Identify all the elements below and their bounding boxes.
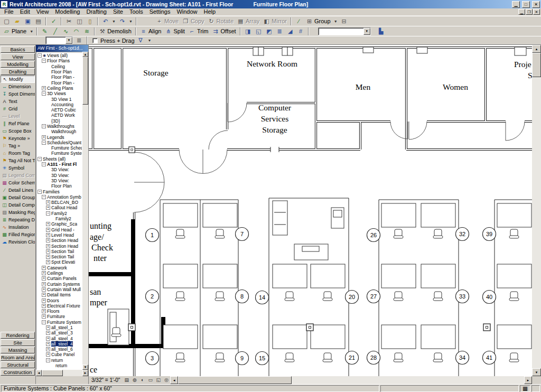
- detail-level-icon[interactable]: ▤: [123, 377, 130, 384]
- tree-item[interactable]: 3D View:: [36, 173, 82, 178]
- combobox-arrow-icon[interactable]: ▼: [66, 37, 72, 44]
- scroll-up-icon[interactable]: ▲: [532, 45, 541, 53]
- mdi-close-button[interactable]: ✕: [533, 9, 540, 15]
- room-label-cut[interactable]: ce: [90, 365, 97, 374]
- tree-item[interactable]: Floor Plan: [36, 183, 82, 189]
- room-label[interactable]: S: [528, 71, 532, 80]
- tree-item[interactable]: Furniture System: [36, 151, 82, 156]
- tree-item[interactable]: +Section Head: [36, 238, 82, 243]
- room-label[interactable]: Women: [443, 82, 468, 91]
- design-tab-construction[interactable]: Construction: [1, 369, 35, 376]
- expand-icon[interactable]: +: [42, 86, 46, 90]
- floor-plan-svg[interactable]: StorageNetwork RoomComputerServicesStora…: [89, 45, 532, 376]
- room-label[interactable]: Storage: [143, 68, 168, 77]
- tool-detgroup[interactable]: ▣Detail Group: [1, 194, 35, 201]
- redo-button[interactable]: ↷: [117, 17, 127, 26]
- group-button[interactable]: ⊞Group: [304, 17, 332, 26]
- menu-modelling[interactable]: Modelling: [52, 8, 83, 15]
- tree-item[interactable]: +Detail Items: [36, 292, 82, 297]
- tool-refplane[interactable]: ∥Ref Plane: [1, 120, 35, 127]
- collapse-icon[interactable]: −: [46, 358, 50, 362]
- expand-icon[interactable]: +: [42, 293, 46, 297]
- combobox-arrow-icon[interactable]: ▼: [363, 28, 370, 35]
- expand-icon[interactable]: +: [42, 298, 46, 303]
- collapse-icon[interactable]: −: [38, 53, 42, 58]
- expand-icon[interactable]: +: [46, 233, 50, 237]
- menu-file[interactable]: File: [1, 8, 17, 15]
- expand-icon[interactable]: +: [46, 238, 50, 242]
- scrollbar-thumb[interactable]: [178, 376, 292, 384]
- expand-icon[interactable]: +: [46, 260, 50, 264]
- expand-icon[interactable]: +: [42, 314, 46, 319]
- tree-item[interactable]: Walkthrough: [36, 129, 82, 134]
- lines-button[interactable]: ∕: [294, 17, 304, 26]
- dropdown-arrow-icon[interactable]: ▼: [333, 17, 339, 26]
- tree-item[interactable]: Family2: [36, 216, 82, 221]
- tree-item[interactable]: Floor Plan -: [36, 80, 82, 85]
- paste-button[interactable]: ▯: [85, 17, 95, 26]
- collapse-icon[interactable]: −: [38, 190, 42, 194]
- menu-help[interactable]: Help: [201, 8, 219, 15]
- expand-icon[interactable]: +: [46, 342, 50, 346]
- mdi-restore-button[interactable]: ❐: [526, 9, 533, 15]
- design-tab-structural[interactable]: Structural: [1, 361, 35, 368]
- tool-scopebox[interactable]: ▭Scope Box: [1, 127, 35, 135]
- grid-toggle-icon[interactable]: ▦: [520, 385, 530, 392]
- room-label[interactable]: Storage: [262, 125, 287, 134]
- room-label-cut[interactable]: nter: [94, 254, 107, 263]
- expand-icon[interactable]: +: [46, 255, 50, 259]
- stairs-button[interactable]: ≣: [275, 27, 285, 36]
- drawing-canvas[interactable]: StorageNetwork RoomComputerServicesStora…: [89, 45, 532, 376]
- tool-roomtag[interactable]: ⌂Room Tag: [1, 150, 35, 157]
- collapse-icon[interactable]: −: [42, 59, 46, 63]
- align-button[interactable]: ≡Align: [138, 27, 163, 36]
- expand-icon[interactable]: +: [46, 206, 50, 210]
- spelling-button[interactable]: ✓: [49, 17, 59, 26]
- collapse-icon[interactable]: −: [38, 157, 42, 161]
- scrollbar-thumb[interactable]: [82, 57, 88, 105]
- new-file-button[interactable]: ▢: [2, 17, 12, 26]
- maximize-button[interactable]: □: [522, 1, 530, 8]
- tree-item[interactable]: −A101 - First Fl: [36, 162, 82, 167]
- tree-item[interactable]: Floor Plan -: [36, 74, 82, 80]
- project-browser-title[interactable]: AW First - Sch-opt1d...: [36, 45, 88, 52]
- crop-visible-icon[interactable]: ◱: [154, 377, 162, 384]
- design-tab-view[interactable]: View: [1, 53, 35, 60]
- tool-tagall[interactable]: ⚑Tag All Not Tag: [1, 157, 35, 164]
- view-scale[interactable]: 3/32" = 1'-0": [89, 377, 123, 383]
- room-label[interactable]: Network Room: [247, 59, 297, 68]
- menu-settings[interactable]: Settings: [146, 8, 174, 15]
- collapse-icon[interactable]: −: [42, 320, 46, 324]
- expand-icon[interactable]: +: [46, 249, 50, 254]
- expand-icon[interactable]: +: [42, 135, 46, 139]
- tree-item[interactable]: +Section Tail: [36, 249, 82, 254]
- tool-revcloud[interactable]: ☁Revision Cloud: [1, 238, 35, 246]
- tree-item[interactable]: +Section Tail: [36, 254, 82, 259]
- expand-icon[interactable]: +: [42, 271, 46, 275]
- collapse-icon[interactable]: −: [42, 141, 46, 145]
- tree-item[interactable]: +all_steel_4: [36, 341, 82, 347]
- tool-insulation[interactable]: ∿Insulation: [1, 223, 35, 231]
- tool-detlines[interactable]: ∕Detail Lines: [1, 186, 35, 194]
- print-button[interactable]: ▤: [33, 17, 43, 26]
- tree-item[interactable]: −Families: [36, 189, 82, 194]
- scroll-down-icon[interactable]: ▼: [532, 368, 541, 376]
- design-tab-modelling[interactable]: Modelling: [1, 61, 35, 68]
- tool-masking[interactable]: ▨Masking Region: [1, 209, 35, 216]
- canvas-horizontal-scrollbar[interactable]: ◄ ►: [170, 376, 532, 384]
- tree-item[interactable]: +Ceilings: [36, 270, 82, 276]
- tree-item[interactable]: +Curtain Panels: [36, 276, 82, 281]
- tree-item[interactable]: 3D View 1: [36, 96, 82, 101]
- tree-item[interactable]: +Section Head: [36, 243, 82, 248]
- expand-icon[interactable]: +: [42, 287, 46, 292]
- tree-item[interactable]: −Family2: [36, 211, 82, 216]
- offset-button[interactable]: ⇉Offset: [210, 27, 237, 36]
- tree-item[interactable]: +Electrical Fixture: [36, 303, 82, 309]
- canvas-vertical-scrollbar[interactable]: ▲ ▼: [532, 45, 541, 376]
- tool-text[interactable]: AText: [1, 98, 35, 105]
- menu-drafting[interactable]: Drafting: [83, 8, 110, 15]
- mdi-minimize-button[interactable]: ▁: [518, 9, 525, 15]
- tree-item[interactable]: +all_steel_4: [36, 335, 82, 341]
- open-button[interactable]: ▰: [12, 17, 22, 26]
- tool-colorscheme[interactable]: ▦Color Scheme L: [1, 179, 35, 186]
